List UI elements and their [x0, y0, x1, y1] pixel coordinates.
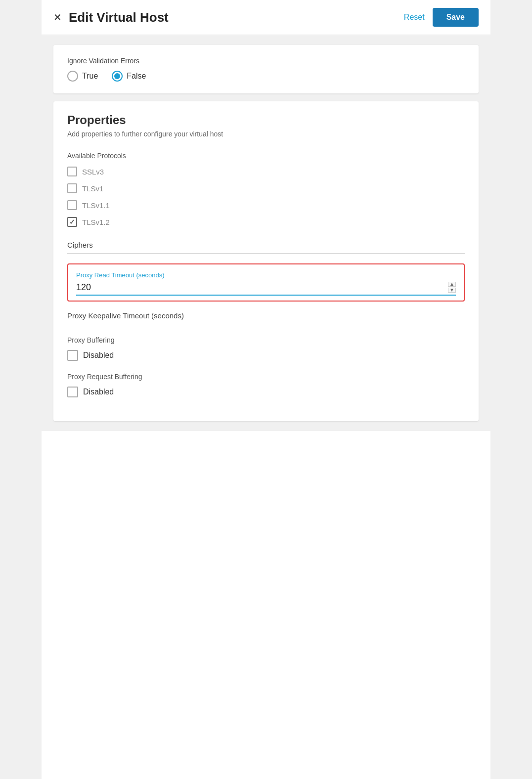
header-left: ✕ Edit Virtual Host: [53, 10, 169, 25]
ciphers-section: Ciphers: [67, 241, 465, 254]
close-icon[interactable]: ✕: [53, 12, 62, 22]
properties-subtitle: Add properties to further configure your…: [67, 130, 465, 138]
checkbox-sslv3: [67, 167, 77, 176]
proxy-read-timeout-row: 120 ▲ ▼: [76, 282, 456, 296]
proxy-request-buffering-section: Proxy Request Buffering Disabled: [67, 373, 465, 397]
proxy-request-buffering-option[interactable]: Disabled: [67, 387, 465, 397]
protocol-tlsv1-2[interactable]: TLSv1.2: [67, 217, 465, 227]
save-button[interactable]: Save: [433, 8, 479, 27]
properties-card: Properties Add properties to further con…: [53, 101, 479, 421]
label-tlsv1-2: TLSv1.2: [82, 218, 110, 226]
label-sslv3: SSLv3: [82, 168, 104, 176]
radio-label-false: False: [127, 72, 146, 81]
proxy-keepalive-label: Proxy Keepalive Timeout (seconds): [67, 311, 465, 324]
checkbox-tlsv1-1: [67, 200, 77, 210]
proxy-read-timeout-label: Proxy Read Timeout (seconds): [76, 271, 456, 279]
page-title: Edit Virtual Host: [69, 10, 169, 25]
proxy-read-timeout-spinner[interactable]: ▲ ▼: [448, 282, 456, 293]
checkbox-proxy-request-buffering: [67, 387, 78, 397]
radio-group-ignore-validation: True False: [67, 71, 465, 82]
radio-option-false[interactable]: False: [112, 71, 146, 82]
proxy-read-timeout-field[interactable]: Proxy Read Timeout (seconds) 120 ▲ ▼: [67, 263, 465, 302]
ignore-validation-card: Ignore Validation Errors True False: [53, 45, 479, 93]
proxy-request-buffering-label: Proxy Request Buffering: [67, 373, 465, 381]
radio-label-true: True: [82, 72, 98, 81]
checkbox-tlsv1: [67, 183, 77, 193]
radio-circle-false: [112, 71, 123, 82]
proxy-buffering-option[interactable]: Disabled: [67, 350, 465, 361]
checkbox-tlsv1-2: [67, 217, 77, 227]
radio-circle-true: [67, 71, 78, 82]
properties-title: Properties: [67, 113, 465, 127]
radio-option-true[interactable]: True: [67, 71, 98, 82]
protocols-list: SSLv3 TLSv1 TLSv1.1 TLSv1.2: [67, 167, 465, 227]
label-tlsv1: TLSv1: [82, 184, 103, 193]
protocol-sslv3[interactable]: SSLv3: [67, 167, 465, 176]
content: Ignore Validation Errors True False Prop…: [42, 35, 490, 431]
header: ✕ Edit Virtual Host Reset Save: [42, 0, 490, 35]
available-protocols-label: Available Protocols: [67, 152, 465, 160]
proxy-read-timeout-value[interactable]: 120: [76, 282, 448, 293]
spinner-up-icon[interactable]: ▲: [448, 282, 456, 287]
ciphers-label: Ciphers: [67, 241, 465, 254]
proxy-keepalive-section: Proxy Keepalive Timeout (seconds): [67, 311, 465, 324]
spinner-down-icon[interactable]: ▼: [448, 288, 456, 293]
proxy-buffering-section: Proxy Buffering Disabled: [67, 336, 465, 361]
protocol-tlsv1-1[interactable]: TLSv1.1: [67, 200, 465, 210]
checkbox-proxy-buffering: [67, 350, 78, 361]
ignore-validation-label: Ignore Validation Errors: [67, 57, 465, 65]
header-actions: Reset Save: [404, 8, 479, 27]
protocol-tlsv1[interactable]: TLSv1: [67, 183, 465, 193]
label-tlsv1-1: TLSv1.1: [82, 201, 110, 210]
proxy-request-buffering-checkbox-label: Disabled: [83, 388, 114, 396]
proxy-buffering-label: Proxy Buffering: [67, 336, 465, 344]
reset-button[interactable]: Reset: [404, 13, 425, 22]
proxy-buffering-checkbox-label: Disabled: [83, 351, 114, 360]
